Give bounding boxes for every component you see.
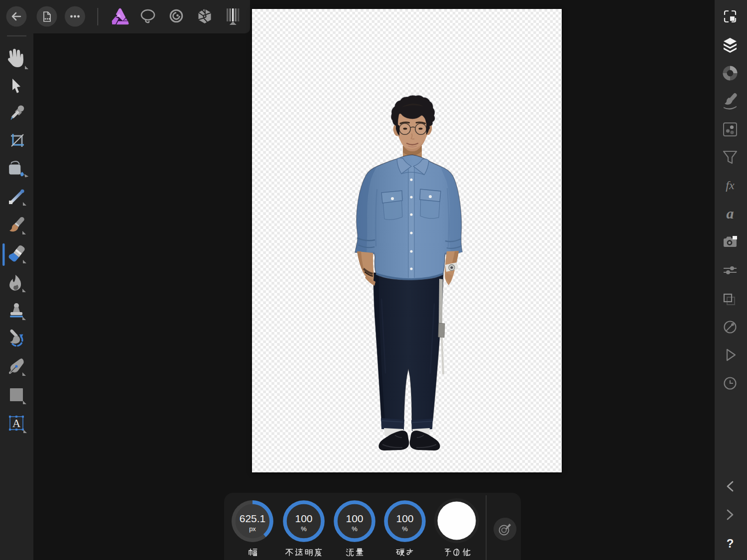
svg-text:px: px — [249, 525, 256, 533]
svg-text:%: % — [352, 525, 358, 533]
svg-text:fx: fx — [726, 179, 735, 192]
svg-text:%: % — [402, 525, 408, 533]
svg-text:%: % — [301, 525, 307, 533]
svg-text:100: 100 — [346, 513, 363, 524]
svg-text:a: a — [727, 205, 734, 222]
svg-text:A: A — [12, 417, 21, 430]
svg-text:625.1: 625.1 — [240, 513, 266, 524]
svg-text:100: 100 — [295, 513, 312, 524]
svg-text:100: 100 — [396, 513, 413, 524]
svg-text:?: ? — [727, 537, 734, 550]
